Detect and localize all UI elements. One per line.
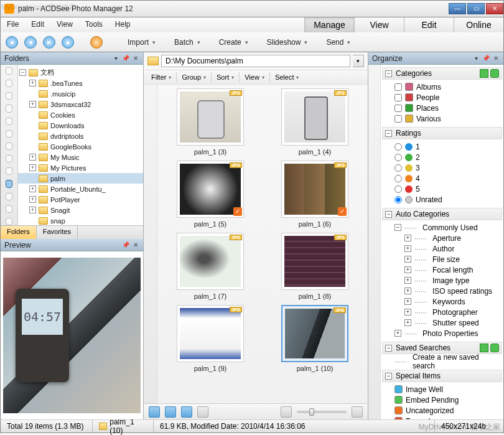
menu-edit[interactable]: Edit	[25, 17, 50, 32]
rating-item[interactable]: 3	[394, 162, 502, 173]
auto-cat-item[interactable]: +······Photographer	[404, 307, 502, 317]
category-item[interactable]: Various	[394, 113, 502, 124]
thumbnail-item[interactable]: JPG✓palm_1 (6)	[266, 161, 364, 228]
folder-tree[interactable]: − 文档 +.beaTunes.musicip+3dsmaxcat32Cooki…	[18, 65, 143, 225]
folder-item[interactable]: +My Music	[18, 152, 143, 162]
footer-btn-1[interactable]	[149, 406, 160, 418]
panel-pin-icon[interactable]: 📌	[122, 55, 129, 62]
folder-item[interactable]: dvdriptools	[18, 131, 143, 141]
folder-item[interactable]: snap	[18, 215, 143, 225]
zoom-out-button[interactable]	[281, 406, 292, 418]
category-item[interactable]: People	[394, 92, 502, 103]
special-item[interactable]: Uncategorized	[394, 405, 502, 416]
panel-close-icon[interactable]: ✕	[132, 55, 139, 62]
folder-item[interactable]: Downloads	[18, 120, 143, 131]
footer-btn-2[interactable]	[165, 406, 176, 418]
toolbar-slideshow-dropdown[interactable]: Slideshow	[263, 36, 312, 49]
auto-cat-item[interactable]: +······Author	[404, 243, 502, 254]
tab-folders[interactable]: Folders	[1, 226, 37, 239]
folder-root-label[interactable]: 文档	[40, 68, 54, 77]
nav-back-button[interactable]: ◄	[6, 36, 18, 49]
auto-cat-item[interactable]: +······Shutter speed	[404, 317, 502, 328]
panel-close-icon[interactable]: ✕	[492, 55, 500, 62]
organize-tree[interactable]: −CategoriesAlbumsPeoplePlacesVarious−Rat…	[381, 65, 503, 419]
path-input[interactable]	[161, 55, 350, 67]
auto-cat-item[interactable]: +······Keywords	[404, 296, 502, 307]
mode-tab-view[interactable]: View	[354, 17, 404, 32]
rating-item[interactable]: 1	[394, 141, 502, 152]
filterbar-filter[interactable]: Filter	[149, 72, 174, 82]
category-item[interactable]: Places	[394, 103, 502, 113]
rating-item[interactable]: 5	[394, 184, 502, 194]
folder-item[interactable]: .musicip	[18, 88, 143, 99]
folder-item[interactable]: palm	[18, 173, 143, 184]
special-item[interactable]: Tagged	[394, 416, 502, 419]
filterbar-view[interactable]: View	[242, 72, 267, 82]
rating-item[interactable]: 4	[394, 173, 502, 184]
folder-item[interactable]: +Portable_Ubuntu_	[18, 184, 143, 194]
menu-view[interactable]: View	[50, 17, 79, 32]
toolbar-create-dropdown[interactable]: Create	[215, 36, 252, 49]
nav-up-button[interactable]: ▲	[62, 36, 74, 49]
tab-favorites[interactable]: Favorites	[37, 226, 78, 239]
menu-tools[interactable]: Tools	[79, 17, 109, 32]
filterbar-select[interactable]: Select	[273, 72, 302, 82]
special-item[interactable]: Image Well	[394, 384, 502, 395]
org-section-header[interactable]: −Ratings	[382, 127, 502, 139]
menu-help[interactable]: Help	[109, 17, 137, 32]
folder-item[interactable]: +3dsmaxcat32	[18, 99, 143, 110]
toolbar-import-dropdown[interactable]: Import	[124, 36, 159, 49]
panel-pin-icon[interactable]: 📌	[482, 55, 490, 62]
thumbnail-item[interactable]: JPGpalm_1 (3)	[161, 88, 259, 156]
auto-cat-item[interactable]: +······Image type	[404, 275, 502, 286]
mode-tab-edit[interactable]: Edit	[404, 17, 454, 32]
mode-tab-online[interactable]: Online	[454, 17, 503, 32]
org-section-header[interactable]: −Categories	[382, 67, 502, 80]
auto-cat-item[interactable]: +······File size	[404, 254, 502, 264]
panel-menu-icon[interactable]: ▾	[472, 55, 480, 62]
folder-item[interactable]: +Snagit	[18, 205, 143, 215]
rating-unrated[interactable]: Unrated	[394, 194, 502, 205]
thumbnail-item[interactable]: JPGpalm_1 (4)	[266, 88, 364, 156]
folder-item[interactable]: +My Pictures	[18, 162, 143, 173]
folder-item[interactable]: Cookies	[18, 110, 143, 120]
auto-cat-item[interactable]: +······Focal length	[404, 264, 502, 275]
filterbar-group[interactable]: Group	[179, 72, 208, 82]
window-maximize-button[interactable]: ▭	[467, 3, 485, 14]
nav-next-button[interactable]: ►	[43, 36, 55, 49]
filterbar-sort[interactable]: Sort	[214, 72, 236, 82]
window-close-button[interactable]: ✕	[486, 3, 503, 14]
thumbnail-item[interactable]: JPGpalm_1 (8)	[266, 233, 364, 300]
mode-tab-manage[interactable]: Manage	[304, 17, 354, 32]
org-section-header[interactable]: −Special Items	[382, 370, 502, 382]
folder-item[interactable]: GoogleBooks	[18, 141, 143, 152]
thumbnail-item[interactable]: JPGpalm_1 (9)	[161, 305, 259, 372]
rating-item[interactable]: 2	[394, 152, 502, 162]
panel-menu-icon[interactable]: ▾	[112, 55, 119, 62]
window-minimize-button[interactable]: —	[449, 3, 466, 14]
footer-btn-3[interactable]	[181, 406, 192, 418]
auto-cat-photo-properties[interactable]: +······Photo Properties	[394, 328, 502, 339]
thumbnail-item[interactable]: JPG✓palm_1 (5)	[161, 161, 259, 228]
nav-home-button[interactable]: ⌂	[90, 36, 103, 49]
preview-image[interactable]: 04:57	[3, 258, 141, 413]
menu-file[interactable]: File	[1, 17, 25, 32]
panel-close-icon[interactable]: ✕	[132, 241, 139, 249]
path-dropdown-button[interactable]: ▾	[353, 55, 364, 67]
toolbar-batch-dropdown[interactable]: Batch	[170, 36, 204, 49]
nav-prev-button[interactable]: ◄	[24, 36, 37, 49]
auto-cat-item[interactable]: +······Aperture	[404, 233, 502, 243]
footer-btn-4[interactable]	[197, 406, 208, 418]
auto-cat-commonly-used[interactable]: −······Commonly Used	[394, 222, 502, 233]
special-item[interactable]: Embed Pending	[394, 395, 502, 405]
thumbnail-item[interactable]: JPGpalm_1 (10)	[266, 305, 364, 372]
folder-item[interactable]: +PotPlayer	[18, 194, 143, 205]
toolbar-send-dropdown[interactable]: Send	[322, 36, 354, 49]
auto-cat-item[interactable]: +······ISO speed ratings	[404, 286, 502, 296]
zoom-in-button[interactable]	[352, 406, 363, 418]
panel-pin-icon[interactable]: 📌	[122, 241, 129, 249]
create-saved-search[interactable]: ······Create a new saved search	[394, 356, 502, 367]
folder-item[interactable]: +.beaTunes	[18, 78, 143, 88]
org-section-header[interactable]: −Auto Categories	[382, 208, 502, 220]
zoom-slider[interactable]	[297, 411, 347, 413]
